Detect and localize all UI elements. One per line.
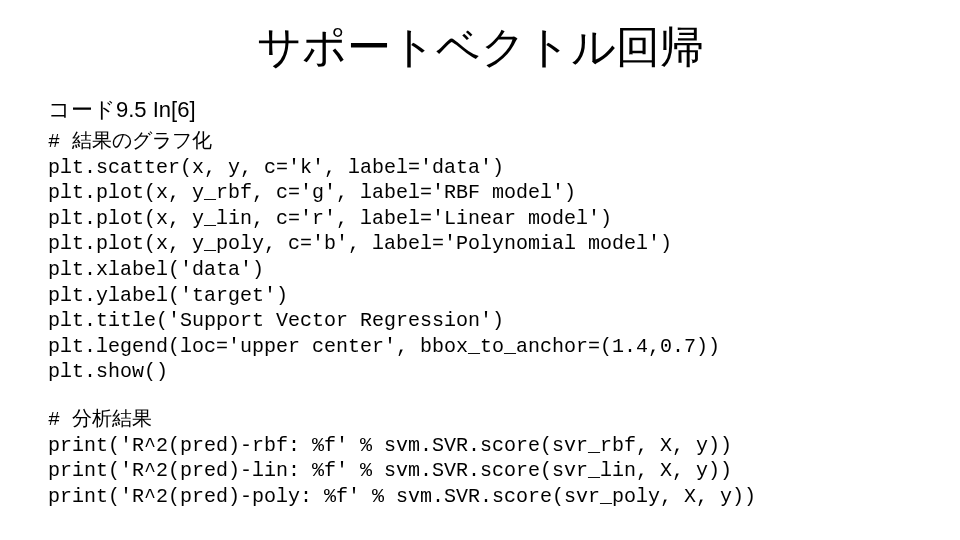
code-block-1: # 結果のグラフ化 plt.scatter(x, y, c='k', label… [48, 129, 914, 385]
spacer [46, 385, 914, 407]
code-caption: コード9.5 In[6] [48, 95, 914, 125]
code-block-2: # 分析結果 print('R^2(pred)-rbf: %f' % svm.S… [48, 407, 914, 509]
slide: サポートベクトル回帰 コード9.5 In[6] # 結果のグラフ化 plt.sc… [0, 0, 960, 540]
slide-title: サポートベクトル回帰 [46, 18, 914, 77]
